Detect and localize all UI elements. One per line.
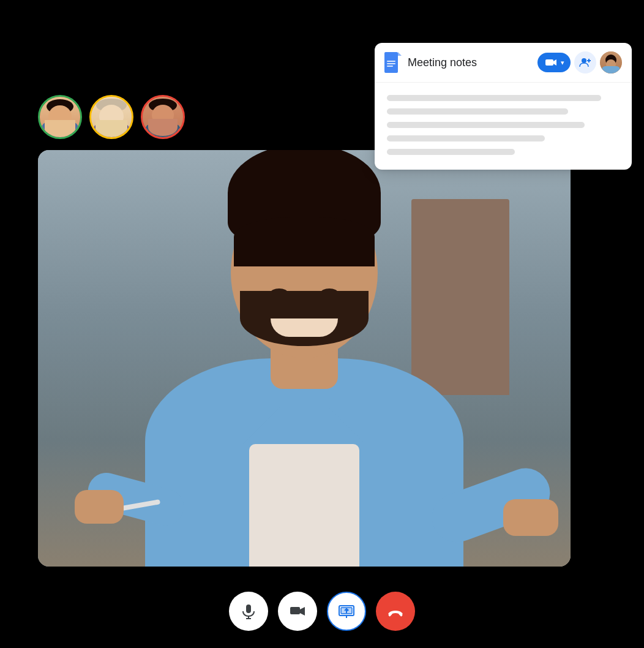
text-line-2: [387, 108, 568, 115]
camera-icon: [290, 603, 305, 619]
svg-marker-6: [553, 59, 556, 66]
participant-avatar-3[interactable]: [141, 95, 185, 139]
add-person-button[interactable]: [574, 51, 596, 73]
participant-avatar-1[interactable]: [38, 95, 82, 139]
user-avatar-button[interactable]: [600, 51, 622, 73]
panel-title: Meeting notes: [408, 56, 531, 69]
participant-avatar-2[interactable]: [89, 95, 133, 139]
svg-rect-10: [246, 605, 251, 613]
present-button[interactable]: [327, 592, 366, 631]
person-smile: [271, 318, 338, 337]
end-call-button[interactable]: [376, 592, 415, 631]
person-right-hand: [503, 499, 558, 536]
svg-rect-2: [387, 61, 395, 62]
camera-icon: [545, 56, 557, 69]
add-person-icon: [579, 56, 591, 69]
svg-marker-1: [398, 52, 402, 56]
svg-rect-5: [545, 59, 553, 66]
panel-header: Meeting notes ▾: [375, 43, 632, 83]
meeting-notes-panel: Meeting notes ▾: [375, 43, 632, 170]
camera-button[interactable]: [278, 592, 317, 631]
svg-point-7: [582, 58, 586, 63]
svg-rect-13: [290, 607, 300, 614]
text-line-3: [387, 122, 585, 128]
scene: Meeting notes ▾: [0, 0, 644, 648]
person-left-hand: [75, 490, 124, 524]
text-line-5: [387, 149, 515, 155]
text-line-4: [387, 135, 545, 141]
dropdown-arrow: ▾: [561, 59, 564, 67]
svg-rect-0: [384, 52, 398, 73]
panel-content: [375, 83, 632, 170]
person-hairline: [234, 217, 375, 266]
svg-marker-14: [300, 607, 305, 616]
svg-rect-4: [387, 66, 393, 67]
person-inner-shirt: [249, 444, 359, 567]
video-feed: [38, 150, 571, 567]
docs-icon-svg: [384, 52, 402, 73]
text-line-1: [387, 95, 601, 101]
door-frame: [411, 199, 509, 395]
panel-actions: ▾: [537, 51, 622, 73]
hangup-icon: [387, 603, 404, 620]
svg-rect-3: [387, 63, 395, 64]
bottom-controls: [229, 592, 415, 631]
participants-row: [38, 95, 185, 139]
docs-icon: [384, 52, 402, 73]
video-call-button[interactable]: ▾: [537, 53, 571, 72]
mic-button[interactable]: [229, 592, 268, 631]
video-background: [38, 150, 571, 567]
present-icon: [339, 603, 354, 619]
mic-icon: [241, 603, 256, 619]
